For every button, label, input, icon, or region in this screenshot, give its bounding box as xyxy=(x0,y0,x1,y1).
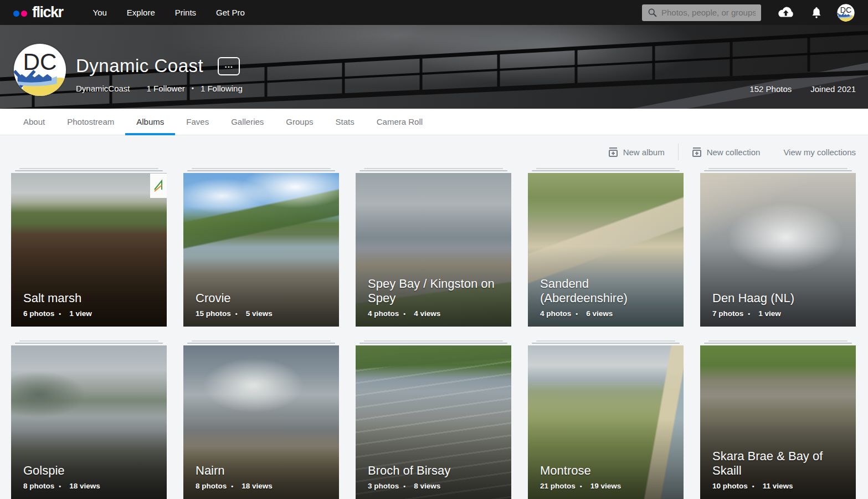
stats-separator: • xyxy=(748,310,754,317)
album-card-den-haag-nl[interactable]: Den Haag (NL)7 photos•1 view xyxy=(700,168,856,327)
album-title: Sandend (Aberdeenshire) xyxy=(540,277,676,305)
album-caption: Skara Brae & Bay of Skaill10 photos•11 v… xyxy=(712,449,848,490)
tab-stats[interactable]: Stats xyxy=(325,109,366,135)
album-title: Salt marsh xyxy=(23,291,159,305)
nav-item-you[interactable]: You xyxy=(83,0,117,25)
followers-link[interactable]: 1 Follower xyxy=(147,84,185,93)
album-photo-count: 4 photos xyxy=(540,309,571,318)
new-collection-button[interactable]: New collection xyxy=(692,147,761,157)
album-stack-edge xyxy=(364,168,503,169)
album-stack-edge xyxy=(532,343,680,344)
album-view-count: 18 views xyxy=(69,482,100,490)
album-card-salt-marsh[interactable]: Salt marsh6 photos•1 view xyxy=(11,168,167,327)
add-album-icon xyxy=(608,147,618,157)
album-stats: 4 photos•4 views xyxy=(368,309,504,318)
view-collections-link[interactable]: View my collections xyxy=(783,147,856,157)
search-icon xyxy=(648,8,657,17)
album-title: Skara Brae & Bay of Skaill xyxy=(712,449,848,478)
photo-watermark-logo xyxy=(150,174,167,198)
album-stack-edge xyxy=(704,343,852,344)
album-card-sandend-aberdeenshire[interactable]: Sandend (Aberdeenshire)4 photos•6 views xyxy=(528,168,684,327)
album-caption: Broch of Birsay3 photos•8 views xyxy=(368,464,504,490)
tab-camera-roll[interactable]: Camera Roll xyxy=(366,109,434,135)
cover-photo-banner: DC Dynamic Coast ... DynamicCoast 1 Foll… xyxy=(0,25,868,109)
user-avatar-image: DC xyxy=(837,4,855,22)
album-card-crovie[interactable]: Crovie15 photos•5 views xyxy=(183,168,339,327)
album-view-count: 1 view xyxy=(758,309,781,318)
user-avatar-button[interactable]: DC xyxy=(837,4,855,22)
album-cover-photo: Skara Brae & Bay of Skaill10 photos•11 v… xyxy=(700,345,856,499)
album-stack-edge xyxy=(187,170,335,171)
album-stack-edge xyxy=(536,168,675,169)
album-photo-count: 6 photos xyxy=(23,309,54,318)
album-caption: Sandend (Aberdeenshire)4 photos•6 views xyxy=(540,277,676,318)
stats-separator: • xyxy=(576,310,582,317)
new-album-button[interactable]: New album xyxy=(608,147,665,157)
tab-faves[interactable]: Faves xyxy=(175,109,220,135)
tab-albums[interactable]: Albums xyxy=(125,109,175,135)
album-photo-count: 3 photos xyxy=(368,482,399,490)
navbar-right: DC xyxy=(642,4,855,22)
album-photo-count: 21 photos xyxy=(540,482,576,490)
album-cover-photo: Crovie15 photos•5 views xyxy=(183,173,339,327)
album-title: Nairn xyxy=(196,464,331,478)
nav-item-prints[interactable]: Prints xyxy=(165,0,206,25)
album-card-spey-bay-kingston-on-spey[interactable]: Spey Bay / Kingston on Spey4 photos•4 vi… xyxy=(356,168,511,327)
album-view-count: 18 views xyxy=(242,482,273,490)
album-stack-edge xyxy=(359,170,507,171)
search-input[interactable] xyxy=(661,8,756,17)
album-view-count: 5 views xyxy=(246,309,273,318)
tab-about[interactable]: About xyxy=(12,109,56,135)
album-title: Den Haag (NL) xyxy=(712,291,848,305)
nav-item-explore[interactable]: Explore xyxy=(117,0,165,25)
tab-galleries[interactable]: Galleries xyxy=(220,109,275,135)
nav-item-get-pro[interactable]: Get Pro xyxy=(206,0,255,25)
album-title: Broch of Birsay xyxy=(368,464,504,478)
album-cover-photo: Broch of Birsay3 photos•8 views xyxy=(356,345,511,499)
stats-separator: • xyxy=(403,310,409,317)
stats-separator: • xyxy=(752,483,758,489)
album-title: Spey Bay / Kingston on Spey xyxy=(368,277,504,305)
album-cover-photo: Spey Bay / Kingston on Spey4 photos•4 vi… xyxy=(356,173,511,327)
album-card-golspie[interactable]: Golspie8 photos•18 views xyxy=(11,340,167,499)
album-view-count: 11 views xyxy=(763,482,793,490)
following-link[interactable]: 1 Following xyxy=(201,84,243,93)
album-stack-edge xyxy=(19,340,158,342)
page-title: Dynamic Coast xyxy=(76,55,203,77)
tab-groups[interactable]: Groups xyxy=(275,109,324,135)
album-stack-edge xyxy=(708,168,848,169)
upload-cloud-button[interactable] xyxy=(777,6,795,19)
stats-separator: • xyxy=(59,310,65,317)
album-stack-edge xyxy=(359,343,507,344)
album-card-skara-brae-bay-of-skaill[interactable]: Skara Brae & Bay of Skaill10 photos•11 v… xyxy=(700,340,856,499)
search-box[interactable] xyxy=(642,4,761,21)
album-card-broch-of-birsay[interactable]: Broch of Birsay3 photos•8 views xyxy=(356,340,511,499)
notifications-button[interactable] xyxy=(811,7,821,18)
album-card-montrose[interactable]: Montrose21 photos•19 views xyxy=(528,340,684,499)
flickr-wordmark: flickr xyxy=(32,4,63,21)
album-cover-photo: Montrose21 photos•19 views xyxy=(528,345,684,499)
album-title: Crovie xyxy=(196,291,331,305)
tab-photostream[interactable]: Photostream xyxy=(56,109,125,135)
username: DynamicCoast xyxy=(76,84,130,93)
upload-cloud-icon xyxy=(777,6,795,19)
flickr-logo[interactable]: flickr xyxy=(13,4,63,21)
album-stack-edge xyxy=(187,343,335,344)
album-stats: 21 photos•19 views xyxy=(540,482,676,490)
bell-icon xyxy=(811,7,821,18)
album-stats: 10 photos•11 views xyxy=(712,482,848,490)
profile-avatar[interactable]: DC xyxy=(13,43,66,96)
album-card-nairn[interactable]: Nairn8 photos•18 views xyxy=(183,340,339,499)
main-nav-menu: YouExplorePrintsGet Pro xyxy=(83,0,255,25)
more-options-button[interactable]: ... xyxy=(218,57,240,75)
album-view-count: 1 view xyxy=(69,309,92,318)
album-stack-edge xyxy=(708,340,848,342)
album-stack-edge xyxy=(536,340,675,342)
album-caption: Nairn8 photos•18 views xyxy=(196,464,331,490)
album-caption: Den Haag (NL)7 photos•1 view xyxy=(712,291,848,318)
svg-text:DC: DC xyxy=(840,6,851,14)
album-photo-count: 7 photos xyxy=(712,309,743,318)
album-caption: Golspie8 photos•18 views xyxy=(23,464,159,490)
album-stack-edge xyxy=(704,170,852,171)
album-photo-count: 8 photos xyxy=(23,482,54,490)
